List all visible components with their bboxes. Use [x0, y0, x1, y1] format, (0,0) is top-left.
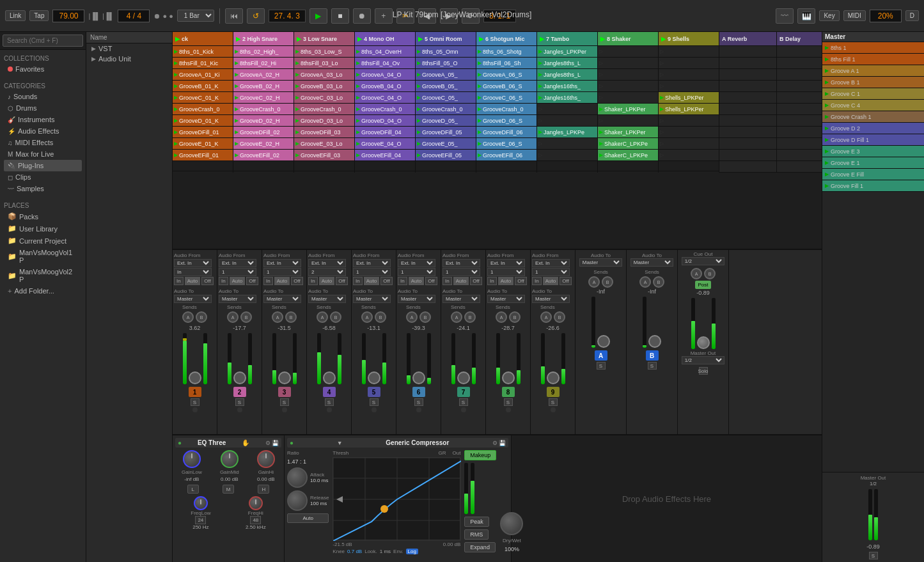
places-item-folder2[interactable]: 📁 ManVsMoogVol2 P: [4, 266, 82, 285]
send-a-knob-1[interactable]: A: [182, 311, 194, 323]
list-item[interactable]: ▶GrooveC_06_S: [476, 92, 536, 104]
list-item[interactable]: ▶GrooveEFill_03: [294, 150, 354, 161]
list-item[interactable]: ▶Groove E 3: [822, 146, 924, 157]
list-item[interactable]: [777, 81, 822, 92]
list-item[interactable]: ▶GrooveE_04_O: [355, 138, 415, 150]
list-item[interactable]: ▶8ths_01_Kick: [173, 46, 233, 58]
list-item[interactable]: [719, 81, 776, 92]
vol-knob-9[interactable]: [547, 371, 560, 384]
list-item[interactable]: ▶GrooveCrash_0: [233, 104, 294, 115]
monitor-off-1[interactable]: Off: [201, 277, 214, 285]
browser-item-audio-unit[interactable]: ▶ Audio Unit: [86, 54, 172, 64]
track-header-b[interactable]: B Delay: [777, 32, 822, 45]
sidebar-item-plug-ins[interactable]: 🔌 Plug-Ins: [4, 160, 82, 171]
monitor-in-1[interactable]: In: [174, 277, 184, 285]
send-b-knob-8[interactable]: B: [509, 311, 521, 323]
sidebar-item-sounds[interactable]: ♪ Sounds: [4, 91, 82, 102]
monitor-in-3[interactable]: In: [263, 277, 273, 285]
audio-from-ch-7[interactable]: 1: [442, 268, 480, 276]
list-item[interactable]: ▶Jangles8ths_L: [537, 58, 597, 69]
audio-from-ch-1[interactable]: In: [174, 268, 212, 276]
comp-settings-icon[interactable]: ⚙: [492, 440, 497, 446]
sidebar-item-samples[interactable]: 〰 Samples: [4, 183, 82, 194]
monitor-off-2[interactable]: Off: [246, 277, 258, 285]
list-item[interactable]: ▶GrooveCrash_0: [173, 104, 233, 115]
return-to-B[interactable]: Master: [630, 258, 674, 267]
list-item[interactable]: ▶Groove A 1: [822, 65, 924, 77]
list-item[interactable]: [777, 46, 822, 58]
list-item[interactable]: ▷: [537, 104, 597, 115]
send-a-knob-6[interactable]: A: [406, 311, 418, 323]
expand-button[interactable]: Expand: [464, 542, 496, 552]
solo-btn-4[interactable]: S: [325, 398, 334, 406]
clip-stop-cell[interactable]: [659, 161, 719, 171]
list-item[interactable]: ▶GrooveB_04_O: [355, 81, 415, 92]
return-send-a-B[interactable]: A: [639, 276, 651, 288]
track-header-a[interactable]: A Reverb: [719, 32, 777, 45]
solo-btn-3[interactable]: S: [280, 398, 289, 406]
list-item[interactable]: ▶GrooveE_05_: [416, 138, 476, 150]
monitor-auto-8[interactable]: Auto: [498, 277, 513, 285]
list-item[interactable]: ▷: [659, 127, 719, 138]
sidebar-item-audio-effects[interactable]: ⚡ Audio Effects: [4, 125, 82, 137]
list-item[interactable]: [719, 46, 776, 58]
list-item[interactable]: ▶Groove C 1: [822, 88, 924, 100]
midi-button[interactable]: MIDI: [843, 10, 866, 21]
list-item[interactable]: ▶Groove B 1: [822, 77, 924, 88]
monitor-in-5[interactable]: In: [353, 277, 363, 285]
list-item[interactable]: ▷: [659, 115, 719, 127]
vol-knob-7[interactable]: [457, 371, 470, 384]
list-item[interactable]: ▶GrooveCrash_0: [355, 104, 415, 115]
list-item[interactable]: ▶Jangles_LPKPer: [537, 46, 597, 58]
list-item[interactable]: ▶8ths 1: [822, 42, 924, 54]
freq-low-num[interactable]: 24: [195, 516, 206, 524]
env-value[interactable]: Log: [406, 549, 418, 554]
monitor-in-6[interactable]: In: [398, 277, 407, 285]
auto-button[interactable]: Auto: [287, 513, 329, 523]
places-item-packs[interactable]: 📦 Packs: [4, 210, 82, 222]
list-item[interactable]: ▷: [598, 58, 658, 69]
list-item[interactable]: [719, 115, 776, 127]
list-item[interactable]: ▶Jangles_LPKPe: [537, 127, 597, 138]
sidebar-item-clips[interactable]: ◻ Clips: [4, 171, 82, 183]
return-vol-B[interactable]: [648, 335, 661, 348]
list-item[interactable]: ▶Shells_LPKPer: [659, 104, 719, 115]
audio-to-select-6[interactable]: Master: [398, 295, 435, 303]
list-item[interactable]: ▶GrooveC_04_O: [355, 92, 415, 104]
eq-h-button[interactable]: H: [258, 485, 269, 494]
send-b-knob-2[interactable]: B: [240, 311, 252, 323]
add-button[interactable]: +: [375, 8, 393, 24]
list-item[interactable]: ▶Jangles16ths_: [537, 81, 597, 92]
list-item[interactable]: [719, 92, 776, 104]
sidebar-item-instruments[interactable]: 🎸 Instruments: [4, 114, 82, 125]
audio-to-select-7[interactable]: Master: [442, 295, 480, 303]
list-item[interactable]: ▶GrooveD_06_S: [476, 115, 536, 127]
clip-stop-cell[interactable]: [598, 161, 658, 171]
monitor-auto-7[interactable]: Auto: [453, 277, 469, 285]
send-a-knob-7[interactable]: A: [451, 311, 462, 323]
list-item[interactable]: [777, 104, 822, 115]
return-solo-B[interactable]: S: [648, 362, 657, 370]
bpm-display[interactable]: 79.00: [52, 10, 84, 22]
audio-from-select-3[interactable]: Ext. InIn: [263, 259, 301, 267]
audio-to-select-3[interactable]: Master: [263, 295, 301, 303]
list-item[interactable]: ▶GrooveD_02_H: [233, 115, 294, 127]
sidebar-item-max-for-live[interactable]: M Max for Live: [4, 148, 82, 160]
vol-knob-1[interactable]: [189, 371, 201, 384]
eq-power-icon[interactable]: ●: [178, 439, 182, 446]
track-header-3[interactable]: ▶ 3 Low Snare: [294, 32, 355, 45]
master-solo[interactable]: S: [869, 552, 878, 559]
tap-button[interactable]: Tap: [29, 10, 49, 21]
list-item[interactable]: ▶GrooveB_02_H: [233, 81, 294, 92]
audio-from-select-5[interactable]: Ext. InIn: [353, 259, 391, 267]
list-item[interactable]: ▶GrooveEFill_05: [416, 150, 476, 161]
audio-to-select-1[interactable]: Master: [174, 295, 212, 303]
audio-to-select-2[interactable]: Master: [219, 295, 256, 303]
track-header-6[interactable]: ▶ 6 Shotgun Mic: [476, 32, 537, 45]
monitor-off-3[interactable]: Off: [291, 277, 303, 285]
monitor-auto-5[interactable]: Auto: [364, 277, 379, 285]
monitor-in-8[interactable]: In: [487, 277, 497, 285]
return-send-b-A[interactable]: B: [602, 276, 613, 288]
list-item[interactable]: ▶Groove Fill 1: [822, 180, 924, 192]
list-item[interactable]: ▶GrooveA_01_Ki: [173, 69, 233, 81]
